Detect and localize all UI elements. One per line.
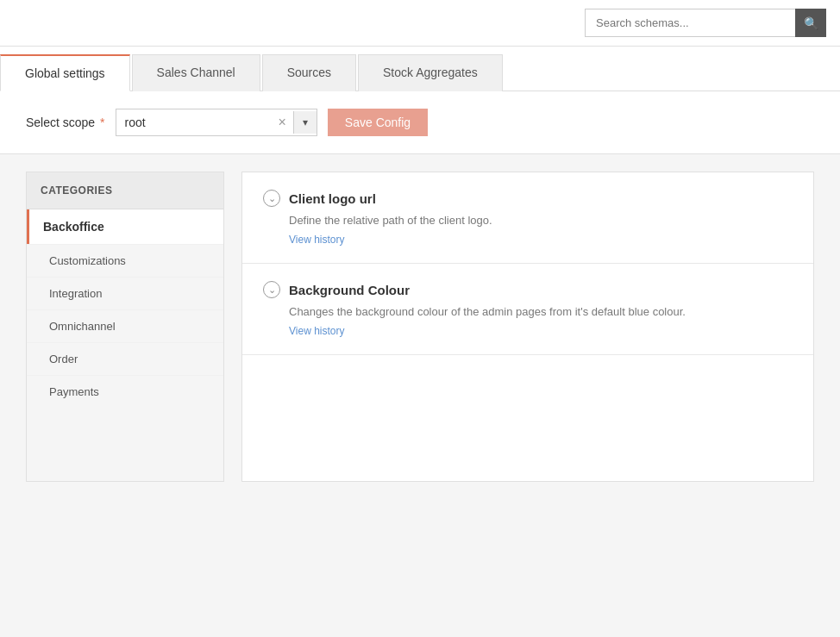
config-item-header-1: ⌄ Client logo url bbox=[263, 190, 793, 207]
sidebar-item-order[interactable]: Order bbox=[27, 342, 223, 375]
main-content: CATEGORIES Backoffice Customizations Int… bbox=[0, 154, 840, 499]
config-item-client-logo: ⌄ Client logo url Define the relative pa… bbox=[242, 172, 813, 264]
tabs-bar: Global settings Sales Channel Sources St… bbox=[0, 47, 840, 91]
sidebar-item-payments[interactable]: Payments bbox=[27, 375, 223, 408]
required-marker: * bbox=[100, 116, 104, 129]
search-input[interactable] bbox=[585, 9, 826, 37]
search-container: 🔍 bbox=[585, 9, 826, 37]
sidebar-active-section: Backoffice bbox=[27, 209, 223, 244]
view-history-link-1[interactable]: View history bbox=[289, 234, 344, 246]
view-history-link-2[interactable]: View history bbox=[289, 325, 344, 337]
chevron-down-icon-2: ⌄ bbox=[268, 284, 276, 296]
search-button[interactable]: 🔍 bbox=[795, 9, 826, 37]
top-bar: 🔍 bbox=[0, 0, 840, 47]
tab-sales-channel[interactable]: Sales Channel bbox=[132, 54, 260, 91]
scope-label: Select scope * bbox=[26, 116, 105, 129]
config-item-title-2: Background Colour bbox=[289, 283, 410, 297]
scope-clear-button[interactable]: × bbox=[272, 109, 293, 135]
sidebar-item-integration[interactable]: Integration bbox=[27, 277, 223, 309]
search-icon: 🔍 bbox=[804, 16, 818, 30]
sidebar-header: CATEGORIES bbox=[27, 172, 223, 209]
config-item-header-2: ⌄ Background Colour bbox=[263, 281, 793, 298]
tab-global-settings[interactable]: Global settings bbox=[0, 54, 130, 91]
sidebar-section-backoffice[interactable]: Backoffice bbox=[29, 209, 223, 244]
content-area: ⌄ Client logo url Define the relative pa… bbox=[241, 172, 814, 482]
scope-input-wrapper: × ▾ bbox=[116, 109, 317, 136]
tab-stock-aggregates[interactable]: Stock Aggregates bbox=[358, 54, 503, 91]
collapse-icon-1[interactable]: ⌄ bbox=[263, 190, 280, 207]
config-item-desc-2: Changes the background colour of the adm… bbox=[289, 305, 793, 318]
sidebar-item-omnichannel[interactable]: Omnichannel bbox=[27, 309, 223, 342]
sidebar-item-customizations[interactable]: Customizations bbox=[27, 244, 223, 277]
sidebar: CATEGORIES Backoffice Customizations Int… bbox=[26, 172, 224, 482]
tab-sources[interactable]: Sources bbox=[262, 54, 356, 91]
config-item-background-colour: ⌄ Background Colour Changes the backgrou… bbox=[242, 264, 813, 355]
config-item-title-1: Client logo url bbox=[289, 191, 376, 206]
clear-icon: × bbox=[279, 115, 286, 129]
collapse-icon-2[interactable]: ⌄ bbox=[263, 281, 280, 298]
chevron-down-icon: ⌄ bbox=[268, 193, 276, 204]
save-config-button[interactable]: Save Config bbox=[328, 109, 428, 136]
scope-row: Select scope * × ▾ Save Config bbox=[0, 91, 840, 154]
dropdown-arrow-icon: ▾ bbox=[303, 116, 308, 128]
scope-dropdown-button[interactable]: ▾ bbox=[293, 111, 317, 134]
scope-input[interactable] bbox=[116, 110, 272, 134]
config-item-desc-1: Define the relative path of the client l… bbox=[289, 214, 793, 227]
